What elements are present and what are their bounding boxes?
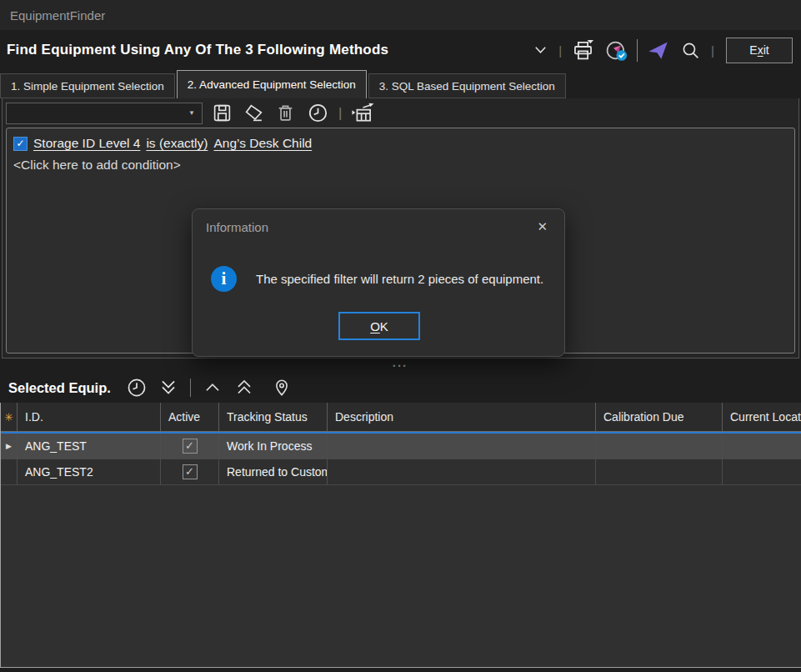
header-separator: | [558, 43, 563, 58]
column-header-active[interactable]: Active [161, 403, 219, 431]
cell-current-location[interactable] [723, 434, 801, 459]
grid-header-row: ✳ I.D. Active Tracking Status Descriptio… [1, 403, 801, 432]
cell-calibration-due[interactable] [596, 459, 723, 485]
delete-filter-trash-icon[interactable] [273, 101, 298, 125]
ok-button[interactable]: OK [338, 312, 420, 340]
row-marker-cell: ▶ [1, 434, 18, 459]
new-row-header-cell: ✳ [1, 403, 18, 431]
info-icon: i [211, 266, 237, 292]
combo-dropdown-icon[interactable]: ▼ [188, 109, 195, 117]
saved-filter-combobox[interactable]: ▼ [6, 103, 203, 124]
tab-bar: 1. Simple Equipment Selection 2. Advance… [0, 70, 801, 98]
window-title: EquipmentFinder [10, 8, 105, 23]
chevron-down-icon[interactable] [531, 41, 550, 59]
move-up-icon[interactable] [200, 375, 225, 400]
cell-tracking-status[interactable]: Work In Process [219, 434, 328, 459]
condition-field-link[interactable]: Storage ID Level 4 [33, 136, 140, 151]
selected-equipment-grid: ✳ I.D. Active Tracking Status Descriptio… [0, 403, 801, 668]
new-row-star-icon: ✳ [4, 411, 13, 424]
move-all-up-icon[interactable] [232, 375, 257, 400]
active-checkbox[interactable]: ✓ [183, 439, 198, 454]
header-separator: | [710, 43, 715, 58]
dialog-body: i The specified filter will return 2 pie… [193, 236, 564, 292]
condition-value-link[interactable]: Ang’s Desk Child [213, 136, 312, 151]
toolbar-separator: | [338, 105, 342, 122]
add-condition-link[interactable]: <Click here to add condition> [13, 158, 788, 173]
tab-simple-equipment-selection[interactable]: 1. Simple Equipment Selection [0, 73, 175, 98]
splitter-grip-icon: ••• [393, 364, 408, 369]
cell-active: ✓ [161, 459, 219, 485]
cell-active: ✓ [161, 434, 219, 459]
cell-id[interactable]: ANG_TEST [18, 434, 161, 459]
horizontal-splitter[interactable]: ••• [0, 359, 801, 373]
dialog-title: Information [206, 220, 268, 234]
save-filter-icon[interactable] [210, 101, 234, 125]
dialog-message: The specified filter will return 2 piece… [256, 272, 543, 286]
tab-advanced-equipment-selection[interactable]: 2. Advanced Equipment Selection [177, 70, 367, 98]
compass-run-icon[interactable] [603, 38, 629, 63]
column-header-calibration-due[interactable]: Calibration Due [596, 403, 723, 431]
filter-history-clock-icon[interactable] [305, 100, 331, 126]
header-icon-group: | [531, 38, 793, 63]
information-dialog: Information ✕ i The specified filter wil… [192, 208, 565, 357]
cell-tracking-status[interactable]: Returned to Customer [219, 459, 328, 485]
condition-checkbox[interactable]: ✓ [13, 137, 28, 151]
window-titlebar: EquipmentFinder [0, 0, 801, 30]
preview-results-grid-icon[interactable] [349, 101, 378, 126]
close-icon[interactable]: ✕ [533, 218, 551, 236]
selected-equip-title: Selected Equip. [8, 380, 111, 396]
active-checkbox[interactable]: ✓ [183, 464, 198, 479]
selected-equip-header: Selected Equip. [0, 373, 801, 403]
search-icon[interactable] [678, 38, 703, 63]
exit-button[interactable]: Exit [726, 38, 793, 63]
location-pin-icon[interactable] [270, 376, 293, 399]
send-plane-icon[interactable] [645, 38, 671, 63]
cell-id[interactable]: ANG_TEST2 [18, 459, 161, 485]
column-header-description[interactable]: Description [328, 403, 596, 431]
section-separator [190, 379, 191, 397]
cell-description[interactable] [328, 459, 596, 485]
tab-sql-based-equipment-selection[interactable]: 3. SQL Based Equipment Selection [368, 73, 566, 98]
dialog-titlebar: Information ✕ [193, 209, 564, 236]
page-title: Find Equipment Using Any Of The 3 Follow… [7, 42, 388, 58]
current-row-marker-icon: ▶ [6, 442, 12, 450]
table-row[interactable]: ▶ ANG_TEST ✓ Work In Process [1, 434, 801, 459]
column-header-id[interactable]: I.D. [18, 403, 161, 431]
cell-current-location[interactable] [723, 459, 801, 485]
row-marker-cell [1, 459, 18, 485]
column-header-current-location[interactable]: Current Location [723, 403, 801, 431]
print-icon[interactable] [570, 38, 596, 63]
header: Find Equipment Using Any Of The 3 Follow… [0, 30, 801, 70]
header-vertical-separator [637, 39, 638, 62]
move-all-down-icon[interactable] [156, 375, 181, 400]
column-header-tracking-status[interactable]: Tracking Status [219, 403, 328, 431]
table-row[interactable]: ANG_TEST2 ✓ Returned to Customer [1, 459, 801, 485]
clear-filter-eraser-icon[interactable] [242, 101, 266, 125]
condition-operator-link[interactable]: is (exactly) [146, 136, 208, 151]
cell-description[interactable] [328, 434, 596, 459]
cell-calibration-due[interactable] [596, 434, 723, 459]
equip-history-clock-icon[interactable] [124, 375, 149, 400]
filter-toolbar: ▼ [3, 98, 798, 128]
filter-condition-row: ✓ Storage ID Level 4 is (exactly) Ang’s … [13, 136, 788, 151]
